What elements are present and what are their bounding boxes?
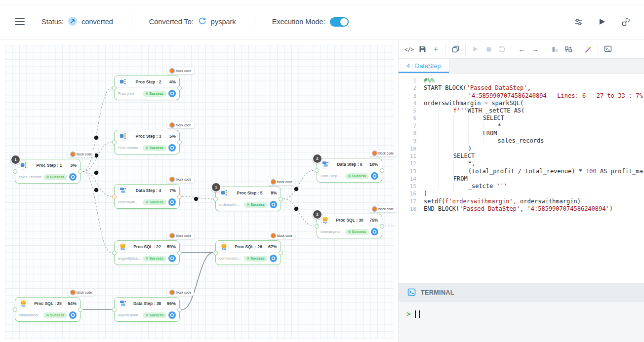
execution-mode-toggle[interactable] bbox=[330, 17, 349, 27]
swap-icon[interactable] bbox=[562, 43, 575, 55]
dag-node-25[interactable]: block codeSQLProc SQL : 2564%totalunitss… bbox=[15, 297, 80, 322]
code-editor[interactable]: 1#%%2START_BLOCK('Passed DataStep',3 '4:… bbox=[399, 74, 644, 283]
node-handle-left[interactable] bbox=[13, 169, 17, 174]
node-action-button[interactable] bbox=[168, 255, 176, 262]
node-action-button[interactable] bbox=[168, 90, 176, 97]
node-action-button[interactable] bbox=[371, 228, 378, 235]
code-line: 10 ) bbox=[399, 145, 644, 152]
node-subtitle: lowmarginor... bbox=[321, 229, 343, 234]
node-handle-right[interactable] bbox=[78, 307, 82, 312]
node-title: Proc Step : 2 bbox=[129, 79, 167, 84]
copy-icon[interactable] bbox=[449, 43, 462, 55]
toolbar-right-actions bbox=[573, 16, 631, 27]
dag-node-4[interactable]: block codeData Step : 47%orderswith...Su… bbox=[114, 184, 180, 209]
dag-node-3[interactable]: block codeProc Step : 35%Proc meansSucce… bbox=[114, 130, 180, 154]
node-action-button[interactable] bbox=[371, 172, 378, 180]
node-action-button[interactable] bbox=[270, 201, 277, 208]
chart-icon[interactable] bbox=[548, 43, 562, 55]
save-icon[interactable] bbox=[416, 43, 429, 55]
code-line: 3 '4:5859907074586240894 - Lines: 6 - 27… bbox=[399, 92, 644, 100]
block-code-pill[interactable]: block code bbox=[167, 289, 194, 296]
tab-datastep[interactable]: 4 : DataStep bbox=[399, 59, 449, 73]
node-progress: 75% bbox=[369, 218, 378, 223]
node-handle-left[interactable] bbox=[213, 197, 218, 201]
node-action-button[interactable] bbox=[270, 255, 277, 262]
code-line: 5 f'''WITH _setCTE AS( bbox=[399, 107, 644, 114]
block-code-pill[interactable]: block code bbox=[369, 150, 397, 156]
node-handle-left[interactable] bbox=[112, 140, 117, 145]
node-handle-right[interactable] bbox=[177, 194, 182, 199]
terminal-header[interactable]: TERMINAL bbox=[399, 283, 644, 302]
dag-node-5[interactable]: block code1Proc Step : 58%orderswith...S… bbox=[215, 187, 281, 211]
node-handle-left[interactable] bbox=[213, 251, 218, 255]
node-handle-right[interactable] bbox=[279, 197, 283, 201]
block-code-icon bbox=[170, 290, 174, 295]
success-dot-icon bbox=[348, 175, 351, 177]
node-subtitle: orderswith... bbox=[118, 200, 141, 204]
node-handle-left[interactable] bbox=[315, 224, 319, 228]
menu-icon[interactable] bbox=[15, 18, 25, 25]
toolbar-divider bbox=[598, 44, 598, 55]
block-code-pill[interactable]: block code bbox=[68, 151, 95, 157]
node-action-button[interactable] bbox=[69, 311, 77, 319]
block-code-pill[interactable]: block code bbox=[167, 122, 194, 128]
node-action-button[interactable] bbox=[168, 198, 176, 206]
line-number: 2 bbox=[399, 84, 424, 92]
block-code-icon bbox=[271, 180, 276, 184]
node-action-button[interactable] bbox=[168, 144, 176, 152]
node-handle-right[interactable] bbox=[279, 251, 283, 255]
node-action-button[interactable] bbox=[69, 173, 77, 181]
node-handle-right[interactable] bbox=[380, 224, 384, 228]
node-handle-left[interactable] bbox=[315, 168, 319, 173]
dag-node-26[interactable]: block codeSQLProc SQL : 2667%combinedm..… bbox=[215, 240, 281, 265]
terminal-body[interactable]: > bbox=[399, 302, 644, 342]
back-arrow-icon[interactable]: ← bbox=[515, 43, 528, 55]
dag-node-22[interactable]: block codeSQLProc SQL : 2259%avgunitpric… bbox=[114, 240, 180, 265]
proc-sql-icon: SQL bbox=[219, 242, 229, 251]
block-code-pill[interactable]: block code bbox=[68, 289, 95, 296]
success-dot-icon bbox=[146, 314, 148, 316]
block-code-pill[interactable]: block code bbox=[268, 232, 295, 239]
terminal-toggle-icon[interactable] bbox=[601, 43, 614, 55]
node-handle-right[interactable] bbox=[177, 86, 182, 90]
dag-node-2[interactable]: block codeProc Step : 24%Proc printSucce… bbox=[114, 76, 180, 100]
block-code-pill[interactable]: block code bbox=[167, 68, 194, 74]
node-handle-left[interactable] bbox=[112, 251, 117, 255]
success-dot-icon bbox=[46, 176, 49, 178]
node-handle-right[interactable] bbox=[177, 251, 182, 255]
line-number: 15 bbox=[399, 183, 424, 190]
dag-node-30[interactable]: block code2SQLProc SQL : 3075%lowmargino… bbox=[317, 214, 382, 238]
filter-sliders-icon[interactable] bbox=[573, 16, 584, 27]
node-handle-right[interactable] bbox=[177, 307, 182, 312]
block-code-pill[interactable]: block code bbox=[369, 206, 397, 212]
node-handle-right[interactable] bbox=[380, 168, 384, 173]
add-icon[interactable]: + bbox=[429, 43, 443, 55]
node-handle-right[interactable] bbox=[78, 169, 82, 174]
line-number: 13 bbox=[399, 168, 424, 175]
node-action-button[interactable] bbox=[168, 311, 176, 319]
layout-icon[interactable] bbox=[620, 16, 631, 27]
code-line: 15 _setcte ''' bbox=[399, 183, 644, 190]
code-line: 8 FROM bbox=[399, 130, 644, 137]
stop-icon[interactable] bbox=[482, 43, 495, 55]
node-handle-left[interactable] bbox=[112, 86, 117, 90]
dag-node-38[interactable]: block codeData Step : 3896%adjustedunit.… bbox=[114, 297, 180, 322]
block-code-pill[interactable]: block code bbox=[167, 176, 194, 183]
run-icon[interactable] bbox=[597, 16, 607, 27]
node-handle-right[interactable] bbox=[177, 140, 182, 145]
block-code-pill[interactable]: block code bbox=[268, 179, 295, 185]
node-handle-left[interactable] bbox=[112, 307, 117, 312]
node-handle-left[interactable] bbox=[13, 307, 17, 312]
forward-arrow-icon[interactable]: → bbox=[528, 43, 542, 55]
block-code-icon bbox=[170, 69, 174, 73]
magic-wand-icon[interactable] bbox=[581, 43, 595, 55]
block-code-pill[interactable]: block code bbox=[167, 232, 194, 239]
block-code-icon bbox=[170, 123, 174, 127]
dag-node-1[interactable]: block code1Proc Step : 13%sales_recordsS… bbox=[15, 159, 80, 184]
reset-icon[interactable] bbox=[495, 43, 509, 55]
node-handle-left[interactable] bbox=[112, 194, 117, 199]
dag-canvas[interactable]: block code1Proc Step : 13%sales_recordsS… bbox=[0, 40, 398, 342]
play-icon[interactable] bbox=[469, 43, 482, 55]
code-view-icon[interactable]: </> bbox=[402, 43, 416, 55]
dag-node-6[interactable]: block code2Data Step : 610%Data StepSucc… bbox=[317, 158, 382, 183]
